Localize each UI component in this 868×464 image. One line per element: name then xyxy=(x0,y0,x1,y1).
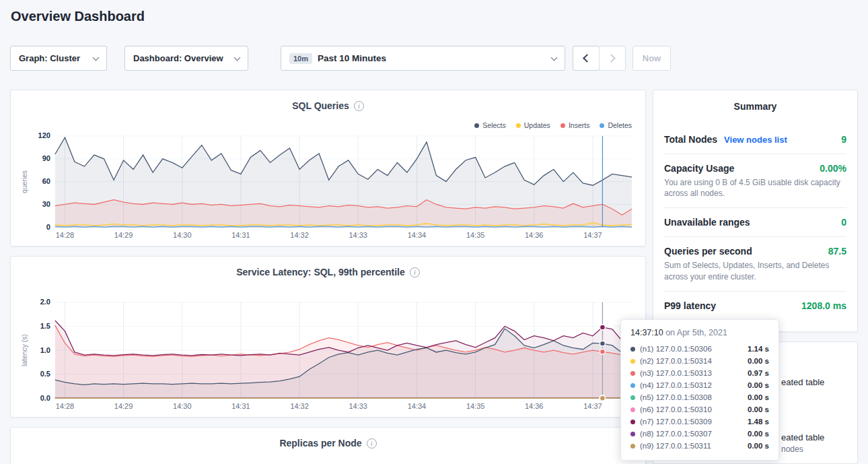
tooltip-node-row: (n7) 127.0.0.1:503091.48 s xyxy=(630,416,769,428)
tooltip-node-value: 0.00 s xyxy=(748,357,769,365)
legend-dot-icon xyxy=(560,123,565,128)
service-latency-title-row: Service Latency: SQL, 99th percentile xyxy=(11,257,645,277)
legend-dot-icon xyxy=(516,123,521,128)
replicas-per-node-panel: Replicas per Node xyxy=(10,427,646,464)
chevron-down-icon xyxy=(551,54,558,61)
svg-text:latency (s): latency (s) xyxy=(21,334,28,366)
qps-label: Queries per second xyxy=(664,246,752,257)
svg-text:30: 30 xyxy=(42,200,50,208)
info-icon[interactable] xyxy=(354,101,364,111)
sql-queries-chart[interactable]: 14:2814:2914:3014:3114:3214:3314:3414:35… xyxy=(19,132,637,242)
page-title: Overview Dashboard xyxy=(11,9,145,24)
chart-tooltip: 14:37:10 on Apr 5th, 2021 (n1) 127.0.0.1… xyxy=(620,319,779,461)
time-range-label: Past 10 Minutes xyxy=(318,53,386,63)
info-icon[interactable] xyxy=(367,438,377,449)
tooltip-node-label: (n4) 127.0.0.1:50312 xyxy=(640,381,712,389)
tooltip-node-label: (n8) 127.0.0.1:50307 xyxy=(640,430,712,438)
dashboard-dropdown-label: Dashboard: Overview xyxy=(133,53,223,63)
svg-text:14:31: 14:31 xyxy=(231,402,250,410)
tooltip-node-label: (n2) 127.0.0.1:50314 xyxy=(640,357,712,365)
legend-item-updates[interactable]: Updates xyxy=(516,121,550,129)
capacity-subtext: You are using 0 B of 4.5 GiB usable disk… xyxy=(664,177,846,199)
time-prev-button[interactable] xyxy=(573,46,600,71)
svg-text:14:29: 14:29 xyxy=(114,402,133,410)
chevron-left-icon xyxy=(583,54,591,63)
service-latency-title: Service Latency: SQL, 99th percentile xyxy=(236,267,405,277)
svg-text:14:37: 14:37 xyxy=(583,402,602,410)
time-range-dropdown[interactable]: 10m Past 10 Minutes xyxy=(281,46,565,71)
tooltip-node-label: (n9) 127.0.0.1:50311 xyxy=(640,442,711,450)
svg-text:14:36: 14:36 xyxy=(525,231,543,239)
svg-text:14:35: 14:35 xyxy=(466,231,484,239)
info-icon[interactable] xyxy=(410,267,420,277)
tooltip-node-label: (n3) 127.0.0.1:50313 xyxy=(640,369,712,377)
graph-dropdown-label: Graph: Cluster xyxy=(19,53,80,63)
capacity-value: 0.00% xyxy=(820,163,846,174)
replicas-title-row: Replicas per Node xyxy=(11,428,645,449)
svg-text:14:34: 14:34 xyxy=(408,231,426,239)
unavailable-ranges-value: 0 xyxy=(841,217,846,228)
legend-item-deletes[interactable]: Deletes xyxy=(600,121,632,129)
qps-value: 87.5 xyxy=(828,246,846,257)
time-next-button[interactable] xyxy=(599,46,626,71)
service-latency-chart[interactable]: 14:2814:2914:3014:3114:3214:3314:3414:35… xyxy=(19,298,637,413)
svg-text:14:33: 14:33 xyxy=(349,402,367,410)
svg-text:14:36: 14:36 xyxy=(525,402,543,410)
sql-queries-chart-area: 14:2814:2914:3014:3114:3214:3314:3414:35… xyxy=(19,132,637,242)
summary-row-total-nodes: Total Nodes View nodes list 9 xyxy=(653,125,857,154)
tooltip-date: on Apr 5th, 2021 xyxy=(663,328,727,337)
tooltip-header: 14:37:10 on Apr 5th, 2021 xyxy=(630,328,769,337)
legend-dot-icon xyxy=(474,123,479,128)
event-text-fragment: eated table xyxy=(781,432,824,442)
total-nodes-value: 9 xyxy=(841,134,846,145)
svg-text:14:32: 14:32 xyxy=(290,231,308,239)
tooltip-node-value: 0.00 s xyxy=(748,393,769,401)
tooltip-node-row: (n3) 127.0.0.1:503130.97 s xyxy=(630,367,769,379)
tooltip-node-label: (n1) 127.0.0.1:50306 xyxy=(640,345,712,353)
now-button[interactable]: Now xyxy=(632,46,671,71)
svg-text:14:30: 14:30 xyxy=(173,231,191,239)
svg-text:14:28: 14:28 xyxy=(56,402,74,410)
replicas-title: Replicas per Node xyxy=(279,438,361,449)
p99-latency-label: P99 latency xyxy=(664,300,716,311)
tooltip-node-value: 1.14 s xyxy=(748,345,769,353)
tooltip-node-value: 1.48 s xyxy=(748,418,769,426)
legend-item-inserts[interactable]: Inserts xyxy=(560,121,590,129)
svg-text:60: 60 xyxy=(42,177,50,185)
tooltip-node-row: (n9) 127.0.0.1:503110.00 s xyxy=(630,440,769,452)
summary-row-qps: Queries per second 87.5 Sum of Selects, … xyxy=(653,237,857,290)
tooltip-node-row: (n2) 127.0.0.1:503140.00 s xyxy=(630,355,769,367)
node-color-dot-icon xyxy=(630,444,635,449)
service-latency-panel: Service Latency: SQL, 99th percentile 14… xyxy=(10,256,646,418)
node-color-dot-icon xyxy=(630,407,635,412)
svg-text:1.5: 1.5 xyxy=(40,322,50,330)
node-color-dot-icon xyxy=(630,359,635,364)
legend-item-selects[interactable]: Selects xyxy=(474,121,505,129)
tooltip-node-row: (n6) 127.0.0.1:503100.00 s xyxy=(630,403,769,416)
event-text-fragment: eated table xyxy=(781,377,824,387)
node-color-dot-icon xyxy=(630,347,635,352)
svg-text:14:37: 14:37 xyxy=(583,231,602,239)
svg-text:0.5: 0.5 xyxy=(40,370,50,378)
summary-panel: Summary Total Nodes View nodes list 9 Ca… xyxy=(653,90,858,332)
chevron-down-icon xyxy=(234,54,241,61)
node-color-dot-icon xyxy=(630,420,635,424)
sql-queries-title-row: SQL Queries xyxy=(11,90,645,111)
summary-row-capacity: Capacity Usage 0.00% You are using 0 B o… xyxy=(653,154,857,207)
node-color-dot-icon xyxy=(630,432,635,436)
view-nodes-list-link[interactable]: View nodes list xyxy=(724,135,787,145)
svg-text:14:30: 14:30 xyxy=(173,402,191,410)
tooltip-node-row: (n8) 127.0.0.1:503070.00 s xyxy=(630,428,769,440)
svg-text:0.0: 0.0 xyxy=(40,394,50,402)
chevron-down-icon xyxy=(93,54,100,61)
graph-dropdown[interactable]: Graph: Cluster xyxy=(10,46,107,71)
svg-text:120: 120 xyxy=(38,132,50,139)
svg-text:0: 0 xyxy=(46,223,50,231)
svg-text:14:33: 14:33 xyxy=(349,231,367,239)
dashboard-dropdown[interactable]: Dashboard: Overview xyxy=(124,46,248,71)
total-nodes-label: Total Nodes xyxy=(664,134,717,145)
svg-text:2.0: 2.0 xyxy=(40,298,50,306)
tooltip-rows: (n1) 127.0.0.1:503061.14 s(n2) 127.0.0.1… xyxy=(630,343,769,452)
chevron-right-icon xyxy=(607,54,616,63)
time-range-badge: 10m xyxy=(289,53,312,64)
